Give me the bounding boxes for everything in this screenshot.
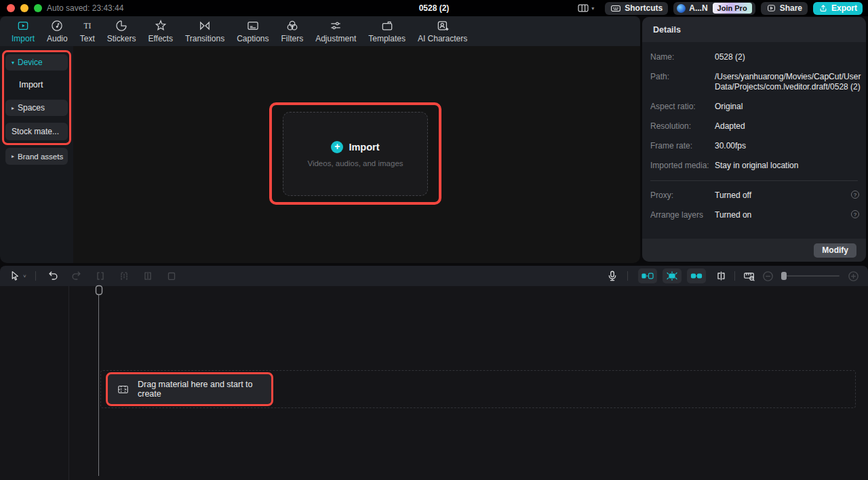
sidebar-stock-label: Stock mate... bbox=[12, 127, 59, 136]
filters-icon bbox=[285, 19, 300, 33]
detail-row-proxy: Proxy: Turned off ? bbox=[650, 191, 858, 201]
redo-button[interactable] bbox=[70, 269, 83, 283]
tab-templates[interactable]: Templates bbox=[362, 19, 412, 43]
import-title: Import bbox=[349, 142, 379, 153]
export-button[interactable]: Export bbox=[813, 2, 863, 15]
fullscreen-window-button[interactable] bbox=[34, 4, 42, 12]
title-bar: Auto saved: 23:43:44 0528 (2) ▾ Shortcut… bbox=[0, 0, 868, 16]
tab-text[interactable]: TI Text bbox=[74, 19, 101, 43]
caret-down-icon: ▾ bbox=[12, 60, 14, 66]
toolbar-divider bbox=[734, 271, 735, 281]
toolbar-divider bbox=[35, 271, 36, 281]
main-track-magnet-toggle[interactable] bbox=[638, 268, 657, 283]
keyboard-icon bbox=[610, 4, 621, 13]
import-media-icon bbox=[16, 19, 31, 33]
zoom-in-button[interactable] bbox=[846, 269, 860, 283]
avatar bbox=[677, 4, 686, 13]
split-button[interactable] bbox=[94, 269, 107, 283]
timeline-area[interactable]: Drag material here and start to create bbox=[0, 286, 868, 480]
account-chip[interactable]: A...N Join Pro bbox=[673, 2, 755, 15]
tab-adjustment[interactable]: Adjustment bbox=[309, 19, 362, 43]
minimize-window-button[interactable] bbox=[20, 4, 28, 12]
select-cursor-button[interactable] bbox=[8, 269, 22, 283]
tab-audio[interactable]: Audio bbox=[41, 19, 74, 43]
audio-icon bbox=[50, 19, 64, 33]
zoom-out-button[interactable] bbox=[761, 269, 774, 283]
tab-import[interactable]: Import bbox=[5, 19, 41, 43]
close-window-button[interactable] bbox=[7, 4, 15, 12]
sidebar-item-stock-materials[interactable]: Stock mate... bbox=[5, 123, 68, 140]
help-icon[interactable]: ? bbox=[851, 191, 859, 199]
split-left-button[interactable] bbox=[117, 269, 131, 283]
star-icon bbox=[153, 19, 168, 33]
share-icon bbox=[766, 3, 776, 13]
filmstrip-icon bbox=[117, 384, 129, 395]
tab-transitions[interactable]: Transitions bbox=[179, 19, 231, 43]
media-tabs-bar: Import Audio TI Text Stickers Effects Tr… bbox=[0, 16, 640, 46]
adjust-duration-button[interactable] bbox=[742, 269, 755, 283]
timeline-toolbar: ˅ bbox=[0, 266, 868, 286]
toolbar-divider bbox=[627, 271, 628, 281]
undo-button[interactable] bbox=[46, 269, 60, 283]
auto-snap-toggle[interactable] bbox=[663, 268, 682, 283]
tab-effects[interactable]: Effects bbox=[142, 19, 178, 43]
autosave-status: Auto saved: 23:43:44 bbox=[47, 3, 123, 13]
shortcuts-label: Shortcuts bbox=[625, 3, 663, 13]
import-dropzone[interactable]: + Import Videos, audios, and images bbox=[283, 112, 428, 196]
drag-material-hint[interactable]: Drag material here and start to create bbox=[106, 372, 273, 406]
sidebar-item-brand-assets[interactable]: ▸ Brand assets bbox=[5, 148, 68, 165]
sidebar-item-import[interactable]: Import bbox=[0, 76, 73, 94]
import-subtitle: Videos, audios, and images bbox=[307, 159, 403, 167]
layout-switcher-button[interactable]: ▾ bbox=[577, 3, 594, 13]
detail-row-frame-rate: Frame rate: 30.00fps bbox=[650, 141, 858, 151]
transition-icon bbox=[197, 19, 212, 33]
sidebar-item-device[interactable]: ▾ Device bbox=[5, 54, 68, 71]
tab-captions[interactable]: Captions bbox=[231, 19, 275, 43]
split-right-button[interactable] bbox=[141, 269, 155, 283]
link-clips-toggle[interactable] bbox=[687, 268, 706, 283]
detail-row-resolution: Resolution: Adapted bbox=[650, 121, 858, 132]
playhead-line bbox=[98, 294, 99, 476]
media-sidebar: ▾ Device Import ▸ Spaces Stock mate... ▸… bbox=[0, 46, 73, 263]
details-divider bbox=[650, 180, 858, 181]
timeline-zoom-slider[interactable] bbox=[781, 275, 840, 277]
modify-button[interactable]: Modify bbox=[814, 243, 856, 258]
share-button[interactable]: Share bbox=[761, 2, 808, 15]
zoom-slider-handle[interactable] bbox=[781, 272, 787, 280]
details-header: Details bbox=[642, 17, 866, 42]
tab-ai-characters[interactable]: AI Characters bbox=[412, 19, 473, 43]
ai-character-icon bbox=[435, 19, 450, 33]
record-voiceover-button[interactable] bbox=[606, 269, 619, 283]
details-panel: Details Name: 0528 (2) Path: /Users/yanh… bbox=[642, 17, 866, 262]
details-footer: Modify bbox=[642, 239, 866, 262]
account-name: A...N bbox=[689, 3, 707, 13]
sliders-icon bbox=[328, 19, 343, 33]
detail-row-arrange-layers: Arrange layers Turned on ? bbox=[650, 210, 858, 220]
capcut-editor-window: Auto saved: 23:43:44 0528 (2) ▾ Shortcut… bbox=[0, 0, 868, 480]
chevron-down-icon[interactable]: ˅ bbox=[23, 273, 26, 279]
chevron-down-icon: ▾ bbox=[591, 5, 594, 12]
caret-right-icon: ▸ bbox=[12, 105, 14, 111]
detail-row-name: Name: 0528 (2) bbox=[650, 52, 858, 62]
sidebar-import-label: Import bbox=[19, 80, 43, 89]
share-label: Share bbox=[780, 3, 802, 13]
help-icon[interactable]: ? bbox=[851, 210, 859, 218]
captions-icon bbox=[245, 19, 260, 33]
join-pro-button[interactable]: Join Pro bbox=[713, 3, 752, 14]
tab-stickers[interactable]: Stickers bbox=[101, 19, 142, 43]
preview-axis-button[interactable] bbox=[714, 269, 728, 283]
delete-button[interactable] bbox=[165, 269, 178, 283]
window-title: 0528 (2) bbox=[419, 3, 450, 13]
tab-filters[interactable]: Filters bbox=[275, 19, 310, 43]
detail-row-path: Path: /Users/yanhuarong/Movies/CapCut/Us… bbox=[650, 72, 858, 92]
titlebar-actions: ▾ Shortcuts A...N Join Pro Share bbox=[577, 2, 868, 15]
shortcuts-button[interactable]: Shortcuts bbox=[605, 2, 668, 15]
plus-icon: + bbox=[331, 141, 343, 153]
detail-row-imported-media: Imported media: Stay in original locatio… bbox=[650, 161, 858, 171]
sidebar-device-label: Device bbox=[18, 58, 43, 67]
sidebar-item-spaces[interactable]: ▸ Spaces bbox=[5, 100, 68, 116]
playhead-handle[interactable] bbox=[95, 285, 103, 296]
upload-icon bbox=[818, 3, 828, 13]
caret-right-icon: ▸ bbox=[12, 153, 14, 159]
clapperboard-icon bbox=[380, 19, 395, 33]
